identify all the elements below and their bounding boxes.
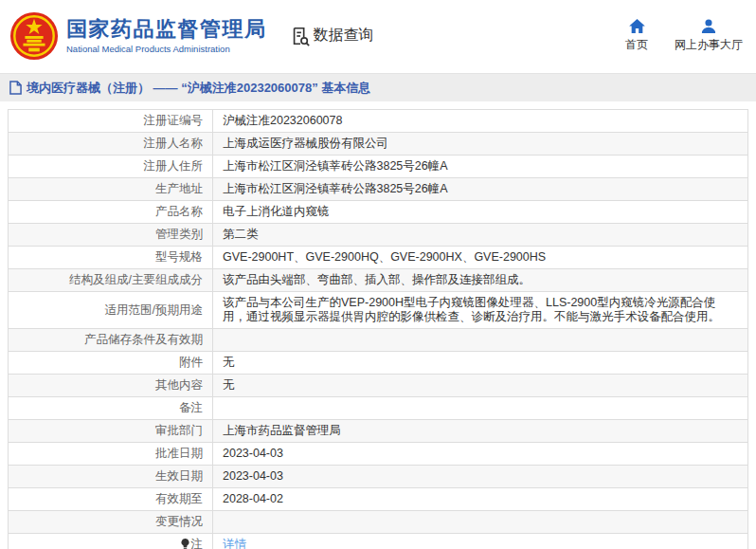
row-value [213,397,748,420]
row-value: 该产品与本公司生产的VEP-2900H型电子内窥镜图像处理器、LLS-2900型… [213,292,748,329]
row-label: 生效日期 [9,466,213,488]
row-label: 备注 [9,397,213,420]
row-label: 审批部门 [9,420,213,443]
table-row: 产品名称电子上消化道内窥镜 [9,201,748,224]
page-header: 国家药品监督管理局 National Medical Products Admi… [0,0,756,71]
table-row: 生效日期2023-04-03 [9,466,748,488]
breadcrumb: 境内医疗器械（注册） —— “沪械注准20232060078” 基本信息 [0,73,756,101]
row-label: 注册人名称 [9,133,213,156]
table-row: 注册人住所上海市松江区洞泾镇莘砖公路3825号26幢A [9,156,748,178]
row-label: 产品储存条件及有效期 [9,329,213,352]
org-name-en: National Medical Products Administration [66,44,267,54]
table-row: 结构及组成/主要组成成分该产品由头端部、弯曲部、插入部、操作部及连接部组成。 [9,269,748,292]
document-search-icon [290,26,311,46]
table-row: 注册人名称上海成运医疗器械股份有限公司 [9,133,748,156]
row-label: 变更情况 [9,511,213,534]
table-row: 审批部门上海市药品监督管理局 [9,420,748,443]
table-row: 管理类别第二类 [9,224,748,247]
row-label: 生产地址 [9,178,213,201]
row-value: GVE-2900HT、GVE-2900HQ、GVE-2900HX、GVE-290… [213,247,748,269]
row-label: 适用范围/预期用途 [9,292,213,329]
table-row: 注册证编号沪械注准20232060078 [9,110,748,133]
table-row: 型号规格GVE-2900HT、GVE-2900HQ、GVE-2900HX、GVE… [9,247,748,269]
file-icon [9,81,22,95]
row-label: 其他内容 [9,375,213,397]
detail-link[interactable]: 详情 [223,538,246,549]
row-value: 上海成运医疗器械股份有限公司 [213,133,748,156]
row-label: 注册人住所 [9,156,213,178]
row-value: 上海市松江区洞泾镇莘砖公路3825号26幢A [213,178,748,201]
info-table-body: 注册证编号沪械注准20232060078注册人名称上海成运医疗器械股份有限公司注… [9,110,748,549]
data-query-label: 数据查询 [314,26,374,46]
row-value: 详情 [213,534,748,549]
row-value: 无 [213,352,748,375]
table-row: 其他内容无 [9,375,748,397]
nav-home[interactable]: 首页 [625,19,648,53]
table-row: 注详情 [9,534,748,549]
row-label: 型号规格 [9,247,213,269]
row-value [213,511,748,534]
home-icon [629,19,645,33]
row-label: 批准日期 [9,443,213,466]
data-query-nav[interactable]: 数据查询 [290,26,374,46]
row-value: 2023-04-03 [213,466,748,488]
row-value: 2023-04-03 [213,443,748,466]
nav-home-label: 首页 [625,37,648,53]
table-row: 变更情况 [9,511,748,534]
header-nav: 首页 网上办事大厅 [625,19,743,53]
table-row: 产品储存条件及有效期 [9,329,748,352]
row-value: 无 [213,375,748,397]
row-label: 产品名称 [9,201,213,224]
table-row: 有效期至2028-04-02 [9,488,748,511]
table-row: 附件无 [9,352,748,375]
row-value: 电子上消化道内窥镜 [213,201,748,224]
row-label: 管理类别 [9,224,213,247]
org-title: 国家药品监督管理局 National Medical Products Admi… [66,17,267,54]
table-row: 批准日期2023-04-03 [9,443,748,466]
registration-info-table: 注册证编号沪械注准20232060078注册人名称上海成运医疗器械股份有限公司注… [8,109,748,549]
bulb-icon [181,539,189,549]
org-name-cn: 国家药品监督管理局 [66,17,267,42]
row-value: 该产品由头端部、弯曲部、插入部、操作部及连接部组成。 [213,269,748,292]
registration-info-section: 注册证编号沪械注准20232060078注册人名称上海成运医疗器械股份有限公司注… [0,101,756,549]
nav-service-hall-label: 网上办事大厅 [675,37,743,53]
table-row: 生产地址上海市松江区洞泾镇莘砖公路3825号26幢A [9,178,748,201]
nav-service-hall[interactable]: 网上办事大厅 [675,19,743,53]
row-value: 2028-04-02 [213,488,748,511]
row-label: 附件 [9,352,213,375]
page-title: 境内医疗器械（注册） —— “沪械注准20232060078” 基本信息 [27,80,370,97]
table-row: 适用范围/预期用途该产品与本公司生产的VEP-2900H型电子内窥镜图像处理器、… [9,292,748,329]
row-label: 注 [9,534,213,549]
row-label: 结构及组成/主要组成成分 [9,269,213,292]
row-label: 注册证编号 [9,110,213,133]
person-icon [701,19,716,33]
table-row: 备注 [9,397,748,420]
national-emblem-logo [9,11,59,61]
row-value: 沪械注准20232060078 [213,110,748,133]
row-value: 第二类 [213,224,748,247]
row-value: 上海市药品监督管理局 [213,420,748,443]
row-value [213,329,748,352]
row-value: 上海市松江区洞泾镇莘砖公路3825号26幢A [213,156,748,178]
row-label: 有效期至 [9,488,213,511]
